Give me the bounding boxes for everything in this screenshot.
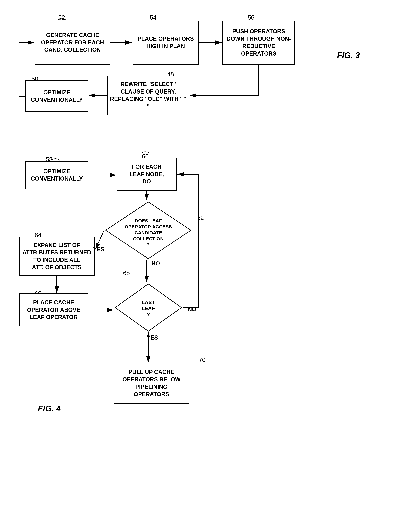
page: 52 54 56 48 50 GENERATE CACHE OPERATOR F… [0, 0, 404, 532]
svg-text:LEAF: LEAF [142, 305, 155, 311]
svg-text:COLLECTION: COLLECTION [133, 236, 164, 241]
ref-68: 68 [123, 270, 130, 277]
label-yes-62: YES [93, 246, 104, 253]
svg-text:CANDIDATE: CANDIDATE [135, 230, 162, 235]
box-pull-up-cache-operators: PULL UP CACHEOPERATORS BELOWPIPELININGOP… [114, 363, 189, 404]
fig3-diagram: 52 54 56 48 50 GENERATE CACHE OPERATOR F… [13, 9, 391, 120]
box-place-operators-high: PLACE OPERATORS HIGH IN PLAN [133, 20, 199, 65]
box-generate-cache-operator: GENERATE CACHE OPERATOR FOR EACH CAND. C… [35, 20, 110, 65]
fig4-arrows [13, 152, 391, 419]
box-optimize-conventionally-fig3: OPTIMIZE CONVENTIONALLY [25, 80, 88, 112]
box-for-each-leaf-node: FOR EACHLEAF NODE,DO [117, 158, 177, 191]
ref-52: 52 [58, 14, 65, 21]
ref-62: 62 [197, 215, 204, 221]
fig3-label: FIG. 3 [337, 51, 360, 60]
svg-text:?: ? [147, 242, 150, 247]
box-push-operators-down: PUSH OPERATORS DOWN THROUGH NON-REDUCTIV… [222, 20, 295, 65]
svg-text:LAST: LAST [142, 299, 155, 305]
box-place-cache-operator-above-leaf: PLACE CACHEOPERATOR ABOVELEAF OPERATOR [19, 293, 88, 326]
box-expand-list-attributes: EXPAND LIST OFATTRIBUTES RETURNEDTO INCL… [19, 237, 95, 276]
label-yes-68: YES [147, 334, 158, 341]
diamond-62-svg: DOES LEAF OPERATOR ACCESS CANDIDATE COLL… [104, 200, 192, 260]
diamond-68-svg: LAST LEAF ? [114, 282, 183, 333]
ref-56: 56 [248, 14, 254, 21]
ref-54: 54 [150, 14, 156, 21]
fig4-label: FIG. 4 [38, 404, 61, 413]
svg-text:DOES LEAF: DOES LEAF [135, 218, 162, 223]
fig4-diagram: 58 60 64 66 68 70 OPTIMIZECONVENTIONALLY… [13, 152, 391, 419]
svg-text:OPERATOR ACCESS: OPERATOR ACCESS [125, 224, 172, 229]
box-optimize-conventionally-fig4: OPTIMIZECONVENTIONALLY [25, 161, 88, 189]
ref-70: 70 [199, 356, 205, 363]
diamond-last-leaf: LAST LEAF ? [114, 282, 183, 333]
diamond-does-leaf-operator: DOES LEAF OPERATOR ACCESS CANDIDATE COLL… [104, 200, 192, 260]
label-no-68: NO [188, 306, 196, 313]
box-rewrite-select-clause: REWRITE "SELECT" CLAUSE OF QUERY, REPLAC… [107, 76, 189, 115]
svg-text:?: ? [147, 311, 150, 317]
label-no-62: NO [151, 260, 160, 267]
